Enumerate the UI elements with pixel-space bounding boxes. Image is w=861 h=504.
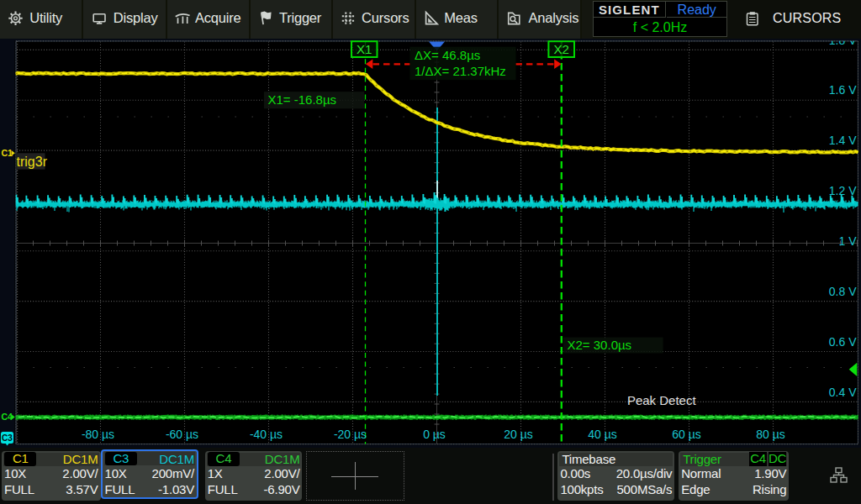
svg-text:X1= -16.8µs: X1= -16.8µs — [268, 92, 337, 107]
svg-text:X1: X1 — [357, 42, 372, 56]
svg-text:80 µs: 80 µs — [756, 428, 785, 441]
svg-text:-40 µs: -40 µs — [250, 428, 283, 441]
svg-text:X2: X2 — [554, 42, 569, 56]
svg-text:X2= 30.0µs: X2= 30.0µs — [568, 338, 632, 352]
svg-text:C3: C3 — [2, 433, 13, 443]
svg-text:C1: C1 — [2, 148, 13, 158]
svg-text:trig3r: trig3r — [17, 155, 48, 169]
svg-text:1 V: 1 V — [838, 234, 857, 248]
svg-text:C4: C4 — [2, 412, 13, 422]
svg-text:60 µs: 60 µs — [672, 428, 701, 441]
svg-text:1.2 V: 1.2 V — [829, 184, 857, 197]
svg-text:1.6 V: 1.6 V — [829, 83, 857, 97]
svg-text:-80 µs: -80 µs — [82, 428, 114, 441]
svg-text:ΔX= 46.8µs: ΔX= 46.8µs — [415, 48, 480, 62]
svg-text:1/ΔX= 21.37kHz: 1/ΔX= 21.37kHz — [415, 64, 506, 78]
svg-text:0.4 V: 0.4 V — [829, 386, 857, 399]
svg-text:0 µs: 0 µs — [423, 428, 446, 441]
svg-text:0.6 V: 0.6 V — [829, 335, 857, 349]
svg-text:1.4 V: 1.4 V — [829, 134, 857, 147]
svg-text:-20 µs: -20 µs — [334, 428, 367, 441]
svg-text:-60 µs: -60 µs — [166, 428, 198, 441]
svg-text:0.8 V: 0.8 V — [829, 285, 857, 298]
svg-text:20 µs: 20 µs — [504, 428, 533, 441]
svg-text:40 µs: 40 µs — [588, 428, 617, 441]
svg-text:Peak Detect: Peak Detect — [627, 393, 697, 407]
